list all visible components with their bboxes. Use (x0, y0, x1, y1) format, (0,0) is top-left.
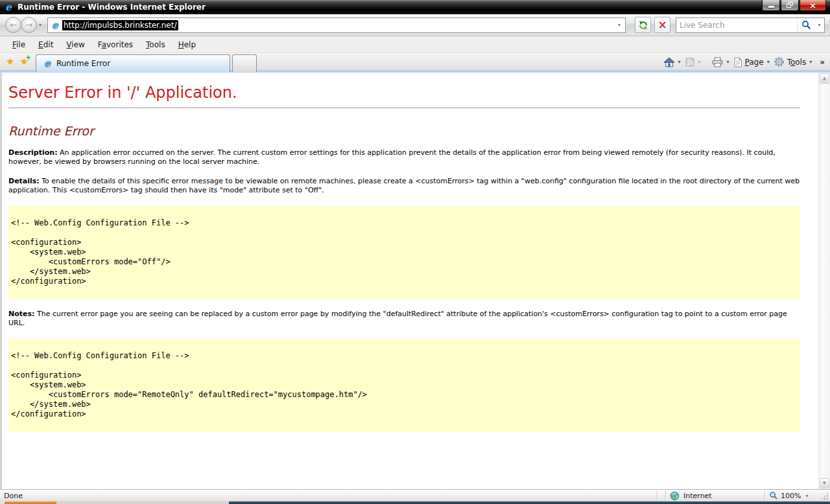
notes-paragraph: Notes: The current error page you are se… (8, 310, 800, 328)
command-bar: ▾ ▾ ▾ (662, 53, 830, 71)
details-label: Details: (8, 177, 40, 185)
code-block-custom-errors-off: <!-- Web.Config Configuration File --> <… (8, 206, 800, 299)
text-caret (178, 21, 178, 30)
address-bar[interactable]: e http://impulsbs.brinkster.net/ ▾ (47, 17, 626, 33)
description-paragraph: Description: An application error occurr… (8, 148, 800, 166)
more-commands-chevron[interactable]: » (820, 58, 825, 67)
address-history-dropdown[interactable]: ▾ (615, 22, 623, 28)
scroll-up-button[interactable]: ▲ (820, 73, 829, 84)
search-box: ▾ (676, 17, 825, 33)
print-button[interactable] (710, 55, 725, 69)
title-bar: e Runtime Error - Windows Internet Explo… (0, 0, 830, 14)
favorites-center-icon[interactable]: ★ (6, 56, 14, 67)
menu-item-favorites[interactable]: Favorites (91, 38, 139, 52)
zone-label: Internet (683, 492, 712, 500)
notes-label: Notes: (8, 310, 34, 318)
notes-text: The current error page you are seeing ca… (8, 310, 787, 327)
restore-button[interactable] (781, 0, 799, 11)
browser-viewport: Server Error in '/' Application. Runtime… (0, 73, 830, 489)
taskbar-segment (229, 501, 830, 504)
forward-icon: → (25, 20, 32, 30)
ie-logo-icon: e (3, 2, 14, 12)
back-icon: ← (10, 20, 17, 30)
search-options-dropdown[interactable]: ▾ (814, 22, 824, 28)
restore-icon (787, 2, 794, 8)
close-icon: × (809, 1, 816, 10)
menu-item-file[interactable]: File (6, 38, 32, 52)
stop-icon: × (658, 19, 667, 30)
search-go-button[interactable] (797, 18, 814, 32)
tools-button[interactable]: Tools (772, 54, 808, 69)
tools-dropdown[interactable]: ▾ (809, 59, 812, 65)
zoom-level: 100% (781, 492, 801, 500)
feeds-button[interactable] (683, 55, 696, 69)
tab-bar: ★ ★+ e Runtime Error ▾ (0, 53, 830, 73)
favorites-buttons: ★ ★+ (0, 53, 36, 70)
taskbar-segment (0, 501, 5, 504)
menu-bar: File Edit View Favorites Tools Help (0, 36, 830, 53)
minimize-button[interactable] (762, 0, 780, 11)
search-icon (801, 20, 811, 30)
minimize-icon (768, 6, 774, 8)
forward-button[interactable]: → (21, 17, 37, 33)
status-bar-right: Internet 100% ▾ (653, 491, 825, 501)
printer-icon (711, 57, 724, 67)
plus-icon: + (26, 54, 31, 61)
taskbar-segment (56, 501, 229, 504)
page-icon (733, 57, 742, 67)
page-button-label: Page (745, 58, 764, 67)
status-text: Done (4, 492, 23, 500)
rss-feed-icon (685, 57, 695, 67)
divider (8, 108, 800, 108)
close-button[interactable]: × (800, 0, 826, 11)
internet-globe-icon (670, 491, 680, 501)
page-button[interactable]: Page (732, 55, 765, 69)
status-separator (765, 491, 765, 500)
error-subtitle: Runtime Error (8, 124, 800, 138)
code-block-default-redirect: <!-- Web.Config Configuration File --> <… (8, 339, 800, 432)
recent-pages-dropdown[interactable]: ▾ (37, 22, 43, 28)
security-zone: Internet (670, 491, 761, 501)
details-text: To enable the details of this specific e… (8, 177, 800, 194)
new-tab-button[interactable] (232, 54, 257, 72)
menu-item-edit[interactable]: Edit (32, 38, 60, 52)
refresh-button[interactable] (635, 17, 651, 33)
tab-label: Runtime Error (56, 59, 110, 68)
status-separator (665, 491, 666, 500)
navigation-bar: ← → ▾ e http://impulsbs.brinkster.net/ ▾… (0, 14, 830, 36)
back-button[interactable]: ← (5, 17, 21, 33)
details-paragraph: Details: To enable the details of this s… (8, 177, 800, 195)
zoom-control[interactable]: 100% ▾ (769, 491, 825, 500)
description-label: Description: (8, 148, 58, 157)
menu-item-help[interactable]: Help (172, 38, 202, 52)
home-dropdown[interactable]: ▾ (678, 59, 681, 65)
browser-window: e Runtime Error - Windows Internet Explo… (0, 0, 830, 504)
search-input[interactable] (676, 21, 797, 30)
home-button[interactable] (662, 55, 676, 69)
menu-item-tools[interactable]: Tools (139, 38, 172, 52)
window-title: Runtime Error - Windows Internet Explore… (18, 3, 206, 12)
address-input[interactable]: http://impulsbs.brinkster.net/ (62, 20, 178, 30)
stop-button[interactable]: × (654, 17, 670, 33)
error-page: Server Error in '/' Application. Runtime… (2, 73, 830, 432)
description-text: An application error occurred on the ser… (8, 148, 776, 166)
tab-runtime-error[interactable]: e Runtime Error (36, 54, 230, 72)
refresh-icon (638, 20, 648, 30)
home-icon (663, 57, 675, 67)
window-controls: × (762, 0, 830, 11)
taskbar-segment (5, 501, 56, 504)
page-dropdown[interactable]: ▾ (767, 59, 770, 65)
page-favicon-icon: e (50, 20, 60, 30)
scroll-down-button[interactable]: ▼ (820, 478, 829, 488)
zoom-magnifier-icon (769, 491, 778, 500)
gear-icon (774, 56, 785, 67)
print-dropdown[interactable]: ▾ (727, 59, 729, 65)
menu-item-view[interactable]: View (60, 38, 91, 52)
page-title: Server Error in '/' Application. (8, 83, 800, 102)
zoom-dropdown[interactable]: ▾ (803, 493, 810, 499)
add-favorite-icon[interactable]: ★+ (19, 56, 28, 67)
tools-button-label: Tools (787, 58, 807, 67)
status-separator (657, 491, 658, 500)
taskbar-edge (0, 501, 830, 504)
vertical-scrollbar[interactable]: ▲ ▼ (818, 73, 830, 489)
